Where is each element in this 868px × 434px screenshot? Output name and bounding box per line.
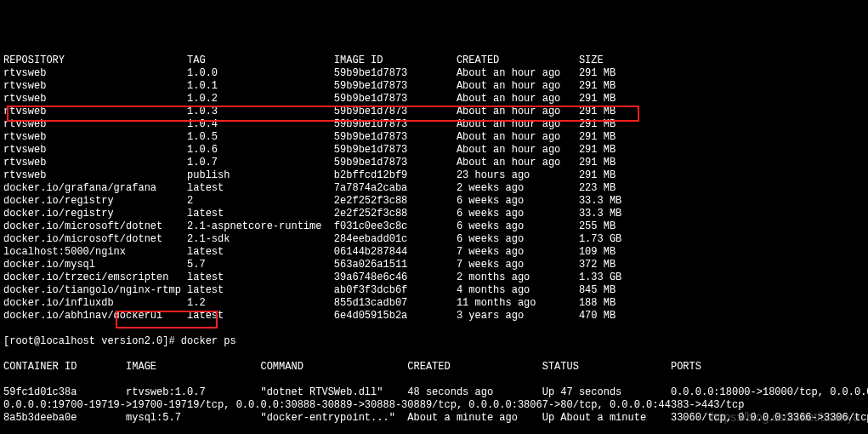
docker-ps-table: CONTAINER ID IMAGE COMMAND CREATED STATU… [3, 361, 865, 434]
docker-images-table: REPOSITORY TAG IMAGE ID CREATED SIZE rtv… [3, 54, 865, 323]
shell-prompt[interactable]: [root@localhost version2.0]# docker ps [3, 335, 865, 348]
